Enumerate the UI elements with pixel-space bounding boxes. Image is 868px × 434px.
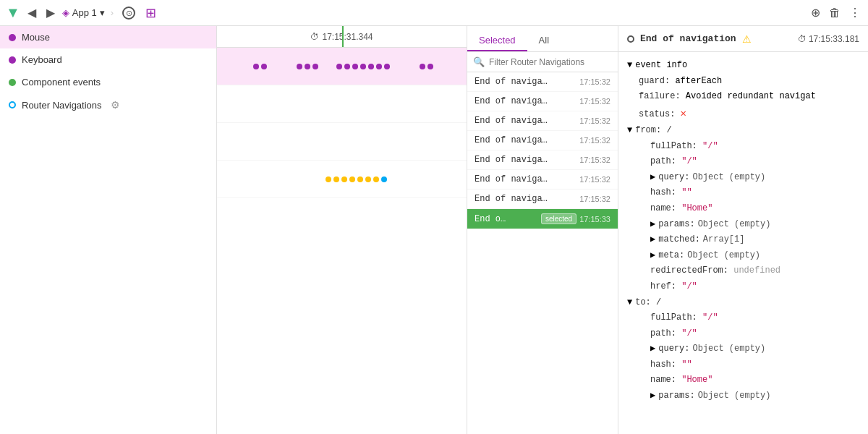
- to-key: to: /: [635, 295, 661, 311]
- more-button[interactable]: ⋮: [848, 4, 862, 21]
- field-status-value: ✕: [681, 108, 686, 119]
- field-name-to: name: "Home": [627, 373, 859, 388]
- field-name-from: name: "Home": [627, 201, 859, 217]
- event-item-3[interactable]: End of naviga… 17:15:32: [467, 111, 618, 131]
- field-fullpath-key: fullPath:: [650, 141, 702, 151]
- params-to-section[interactable]: ▶ params: Object (empty): [627, 388, 859, 404]
- grid-button[interactable]: ⊞: [142, 4, 159, 22]
- event-item-1[interactable]: End of naviga… 17:15:32: [467, 72, 618, 92]
- to-toggle: ▼: [627, 295, 632, 311]
- sidebar-item-label-mouse: Mouse: [22, 32, 50, 43]
- field-path-to: path: "/": [627, 326, 859, 342]
- sidebar-item-mouse[interactable]: Mouse: [0, 26, 216, 48]
- query-section[interactable]: ▶ query: Object (empty): [627, 170, 859, 186]
- query-key: query:: [658, 170, 689, 186]
- timeline-timestamp: 17:15:31.344: [322, 32, 373, 42]
- event-name-4: End of naviga…: [475, 135, 576, 145]
- main-content: Mouse Keyboard Component events Router N…: [0, 26, 868, 434]
- event-item-8[interactable]: End o… selected 17:15:33: [467, 209, 618, 229]
- event-time-2: 17:15:32: [579, 97, 610, 106]
- tab-selected[interactable]: Selected: [467, 30, 527, 51]
- mouse-dot-3: [297, 64, 302, 69]
- keyboard-dot: [9, 56, 16, 64]
- search-input[interactable]: [489, 57, 612, 67]
- event-time-5: 17:15:32: [579, 156, 610, 164]
- router-navigations-dot: [9, 101, 16, 109]
- app-name-label: App 1: [72, 7, 97, 18]
- detail-header: End of navigation ⚠ ⏱ 17:15:33.181: [618, 26, 868, 52]
- toggle-icon: ▼: [627, 58, 632, 74]
- component-events-dot: [9, 79, 16, 86]
- detail-time: ⏱ 17:15:33.181: [798, 34, 859, 44]
- toolbar-right: ⊕ 🗑 ⋮: [809, 4, 862, 21]
- router-dot-3: [341, 176, 347, 182]
- params-to-value: Object (empty): [698, 388, 771, 404]
- router-dot-5: [357, 176, 363, 182]
- mouse-dot-14: [427, 64, 433, 69]
- tab-all[interactable]: All: [527, 30, 561, 51]
- field-path-key: path:: [650, 156, 681, 166]
- compass-button[interactable]: ⊙: [119, 4, 138, 21]
- sidebar-item-label-keyboard: Keyboard: [22, 54, 62, 65]
- events-list: End of naviga… 17:15:32 End of naviga… 1…: [467, 72, 618, 434]
- field-status: status: ✕: [627, 105, 859, 123]
- vue-logo-icon: ▼: [6, 4, 20, 21]
- grid-icon: ⊞: [145, 6, 156, 20]
- event-item-2[interactable]: End of naviga… 17:15:32: [467, 92, 618, 111]
- sidebar-item-component-events[interactable]: Component events: [0, 71, 216, 93]
- timeline-header: ⏱ 17:15:31.344: [217, 26, 467, 48]
- event-name-6: End of naviga…: [475, 174, 576, 184]
- toolbar-left: ▼ ◀ ▶ ◈ App 1 ▾ › ⊙ ⊞: [6, 4, 805, 22]
- events-panel: Selected All 🔍 End of naviga… 17:15:32 E…: [467, 26, 618, 434]
- field-fullpath-to-key: fullPath:: [650, 312, 702, 323]
- event-time-1: 17:15:32: [579, 77, 610, 86]
- event-item-6[interactable]: End of naviga… 17:15:32: [467, 170, 618, 190]
- field-fullpath-from: fullPath: "/": [627, 139, 859, 155]
- settings-icon[interactable]: ⚙: [111, 99, 120, 111]
- sidebar-item-router-navigations[interactable]: Router Navigations ⚙: [0, 93, 216, 116]
- field-hash-to-key: hash:: [650, 359, 681, 370]
- add-button[interactable]: ⊕: [809, 4, 822, 21]
- from-section[interactable]: ▼ from: /: [627, 123, 859, 139]
- sidebar: Mouse Keyboard Component events Router N…: [0, 26, 217, 434]
- from-toggle: ▼: [627, 123, 632, 139]
- to-section[interactable]: ▼ to: /: [627, 295, 859, 311]
- field-name-to-value: "Home": [681, 375, 712, 385]
- timeline-row-mouse: [217, 48, 467, 85]
- mouse-dot-10: [368, 64, 374, 69]
- timeline: ⏱ 17:15:31.344: [217, 26, 467, 434]
- event-item-4[interactable]: End of naviga… 17:15:32: [467, 131, 618, 150]
- app-selector[interactable]: ◈ App 1 ▾: [62, 7, 105, 18]
- event-time-7: 17:15:32: [579, 195, 610, 203]
- query-to-section[interactable]: ▶ query: Object (empty): [627, 341, 859, 357]
- detail-circle-icon: [627, 35, 634, 43]
- event-info-section[interactable]: ▼ event info: [627, 58, 859, 74]
- clock-icon: ⏱: [798, 34, 807, 44]
- event-name-1: End of naviga…: [475, 77, 576, 87]
- forward-button[interactable]: ▶: [43, 4, 58, 21]
- mouse-dot-13: [420, 64, 425, 69]
- event-time-6: 17:15:32: [579, 175, 610, 184]
- matched-value: Array[1]: [703, 232, 745, 248]
- mouse-dots-1: [253, 64, 267, 69]
- matched-section[interactable]: ▶ matched: Array[1]: [627, 232, 859, 248]
- field-guard-value: afterEach: [675, 76, 722, 86]
- timeline-row-router-navigations: [217, 161, 467, 198]
- back-button[interactable]: ◀: [25, 4, 39, 21]
- event-name-5: End of naviga…: [475, 155, 576, 165]
- field-redirected-key: redirectedFrom:: [650, 265, 733, 276]
- mouse-dot-4: [305, 64, 310, 69]
- sidebar-item-keyboard[interactable]: Keyboard: [0, 48, 216, 71]
- params-to-key: params:: [658, 388, 694, 404]
- field-hash-key: hash:: [650, 187, 681, 197]
- meta-section[interactable]: ▶ meta: Object (empty): [627, 248, 859, 264]
- from-key: from: /: [635, 123, 671, 139]
- event-item-7[interactable]: End of naviga… 17:15:32: [467, 190, 618, 209]
- field-hash-from: hash: "": [627, 185, 859, 201]
- mouse-dot-7: [344, 64, 350, 69]
- delete-button[interactable]: 🗑: [827, 5, 842, 21]
- field-name-value: "Home": [681, 203, 712, 213]
- field-failure-value: Avoided redundant navigat: [686, 91, 816, 101]
- event-item-5[interactable]: End of naviga… 17:15:32: [467, 150, 618, 170]
- params-section[interactable]: ▶ params: Object (empty): [627, 217, 859, 233]
